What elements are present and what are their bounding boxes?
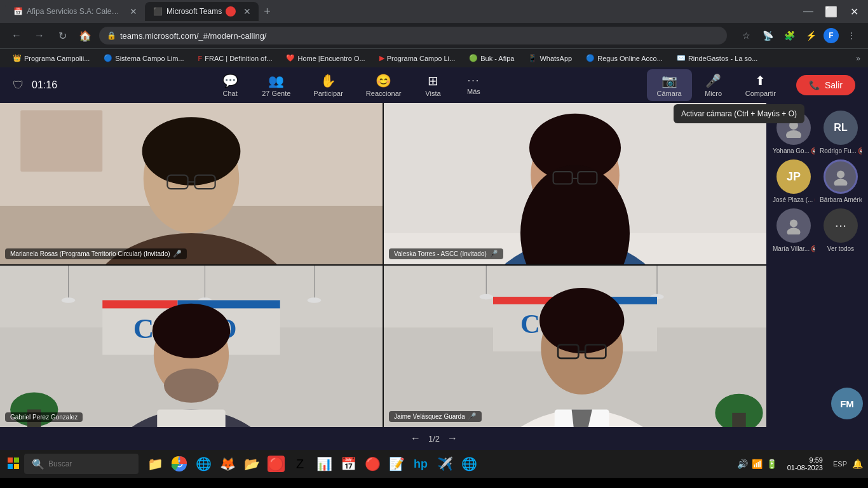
- taskbar-word[interactable]: 📝: [385, 452, 408, 475]
- label-marianela: Marianela Rosas (Programa Territorio Cir…: [5, 248, 187, 259]
- view-icon: ⊞: [428, 73, 438, 88]
- profile-button[interactable]: F: [824, 28, 839, 43]
- view-button[interactable]: ⊞ Vista: [414, 69, 452, 101]
- svg-rect-29: [102, 300, 177, 308]
- bookmarks-more-icon[interactable]: »: [856, 54, 860, 63]
- time-display[interactable]: 9:59 01-08-2023: [782, 456, 828, 471]
- taskbar-edge[interactable]: 🌐: [192, 452, 215, 475]
- svg-point-5: [142, 117, 241, 186]
- people-button[interactable]: 👥 27 Gente: [252, 69, 301, 101]
- reload-button[interactable]: ↻: [53, 27, 71, 44]
- svg-rect-57: [732, 413, 746, 427]
- start-button[interactable]: [5, 455, 22, 473]
- network-icon[interactable]: 📶: [752, 459, 763, 469]
- ver-todos-label: Ver todos: [827, 245, 854, 252]
- end-call-button[interactable]: 📞 Salir: [796, 75, 855, 95]
- bookmark-campo[interactable]: 🔵 Sistema Campo Lim...: [98, 53, 189, 64]
- bookmark-buk[interactable]: 🟢 Buk - Afipa: [464, 53, 519, 64]
- calendar-date: 01-08-2023: [787, 464, 823, 471]
- extension-btn[interactable]: 🧩: [780, 27, 798, 44]
- taskbar-chrome2[interactable]: 🌐: [458, 452, 480, 475]
- taskbar-calendar2[interactable]: 📅: [337, 452, 360, 475]
- chat-button[interactable]: 💬 Chat: [211, 69, 249, 101]
- bookmark-youtube-favicon: ▶: [379, 54, 384, 62]
- maximize-button[interactable]: ⬜: [822, 3, 840, 20]
- teams-header: 🛡 01:16 💬 Chat 👥 27 Gente ✋ Participar 😊: [0, 67, 868, 103]
- taskbar-app-red2[interactable]: 🔴: [361, 452, 384, 475]
- back-button[interactable]: ←: [8, 27, 25, 44]
- video-bg-valeska: [384, 103, 766, 264]
- taskbar-search-box[interactable]: 🔍: [24, 454, 139, 474]
- lock-icon: 🔒: [107, 31, 116, 40]
- avatar-jose: JP: [776, 159, 811, 194]
- avatar-jose-container: JP José Plaza (... 🔇: [773, 159, 815, 203]
- cast-btn[interactable]: 📡: [759, 27, 776, 44]
- bookmark-btn[interactable]: ☆: [737, 27, 755, 44]
- bookmark-youtube[interactable]: ▶ Programa Campo Li...: [374, 53, 461, 64]
- bookmark-rindegastos[interactable]: ✉️ RindeGastos - La so...: [672, 53, 763, 64]
- participate-label: Participar: [313, 90, 342, 97]
- rodrigo-name-label: Rodrigo Fu... 🔇: [820, 147, 862, 154]
- taskbar-app-plane[interactable]: ✈️: [433, 452, 456, 475]
- taskbar-chrome[interactable]: [168, 452, 191, 475]
- forward-button[interactable]: →: [31, 27, 48, 44]
- label-valeska: Valeska Torres - ASCC (Invitado) 🎤: [389, 248, 503, 259]
- avatar-maria: [776, 208, 811, 243]
- fm-container: FM: [771, 257, 863, 419]
- taskbar-red-app[interactable]: 🔴: [264, 452, 287, 475]
- react-button[interactable]: 😊 Reaccionar: [356, 69, 412, 101]
- taskbar-firefox[interactable]: 🦊: [216, 452, 239, 475]
- participate-button[interactable]: ✋ Participar: [303, 69, 353, 101]
- minimize-button[interactable]: —: [799, 3, 817, 20]
- bookmark-youtube-title: Programa Campo Li...: [387, 55, 456, 62]
- home-button[interactable]: 🏠: [76, 27, 94, 44]
- notification-icon[interactable]: 🔔: [852, 459, 863, 469]
- mic-button[interactable]: 🎤 Micro: [695, 69, 733, 101]
- extensions-menu[interactable]: ⚡: [802, 27, 820, 44]
- taskbar-excel[interactable]: 📊: [313, 452, 336, 475]
- svg-rect-2: [20, 110, 102, 172]
- ver-todos-button[interactable]: ··· Ver todos: [820, 208, 862, 252]
- camera-tooltip: Activar cámara (Ctrl + Mayús + O): [674, 104, 804, 123]
- tab-calendar-close[interactable]: ✕: [130, 6, 137, 17]
- more-label: Más: [467, 88, 480, 95]
- taskbar-folder[interactable]: 📂: [240, 452, 263, 475]
- bookmark-campolii[interactable]: 👑 Programa Campolii...: [8, 53, 95, 64]
- system-tray: 🔊 📶 🔋: [737, 459, 777, 469]
- battery-icon[interactable]: 🔋: [766, 459, 777, 469]
- bookmark-whatsapp[interactable]: 📱 WhatsApp: [523, 53, 577, 64]
- svg-point-60: [837, 170, 844, 178]
- taskbar-file-explorer[interactable]: 📁: [144, 452, 166, 475]
- address-bar[interactable]: 🔒 teams.microsoft.com/_#/modern-calling/: [99, 27, 727, 44]
- address-text: teams.microsoft.com/_#/modern-calling/: [120, 31, 266, 41]
- end-call-label: Salir: [825, 80, 843, 90]
- bookmark-home[interactable]: ❤️ Home |Encuentro O...: [281, 53, 370, 64]
- menu-button[interactable]: ⋮: [843, 27, 860, 44]
- volume-icon[interactable]: 🔊: [737, 459, 748, 469]
- jaime-name: Jaime Velásquez Guarda: [394, 413, 465, 420]
- tab-bar: 📅 Afipa Servicios S.A: Calendario - ✕ ⬛ …: [0, 0, 868, 23]
- bookmark-regus[interactable]: 🔵 Regus Online Acco...: [581, 53, 668, 64]
- next-page-button[interactable]: →: [447, 433, 458, 444]
- prev-page-button[interactable]: ←: [410, 433, 421, 444]
- bookmark-frac[interactable]: F FRAC | Definition of...: [193, 53, 278, 64]
- ver-todos-icon: ···: [824, 208, 858, 243]
- bookmark-home-title: Home |Encuentro O...: [297, 55, 365, 62]
- tab-calendar[interactable]: 📅 Afipa Servicios S.A: Calendario - ✕: [5, 2, 145, 21]
- share-button[interactable]: ⬆ Compartir: [735, 69, 786, 101]
- svg-point-62: [790, 219, 797, 227]
- more-button[interactable]: ··· Más: [454, 71, 492, 99]
- jaime-mic-icon: 🎤: [468, 412, 477, 421]
- new-tab-button[interactable]: +: [259, 5, 276, 18]
- pagination-bar: ← 1/2 →: [0, 427, 868, 450]
- taskbar-zotero[interactable]: Z: [288, 452, 311, 475]
- close-button[interactable]: ✕: [845, 3, 863, 20]
- tab-teams-close[interactable]: ✕: [243, 6, 251, 17]
- tab-teams[interactable]: ⬛ Microsoft Teams ✕: [145, 2, 259, 21]
- taskbar-search-input[interactable]: [48, 459, 131, 468]
- camera-button[interactable]: 📷 Cámara: [647, 69, 692, 101]
- svg-point-59: [786, 130, 801, 138]
- search-icon: 🔍: [32, 458, 44, 470]
- teams-app: 🛡 01:16 💬 Chat 👥 27 Gente ✋ Participar 😊: [0, 67, 868, 450]
- taskbar-hp[interactable]: hp: [409, 452, 432, 475]
